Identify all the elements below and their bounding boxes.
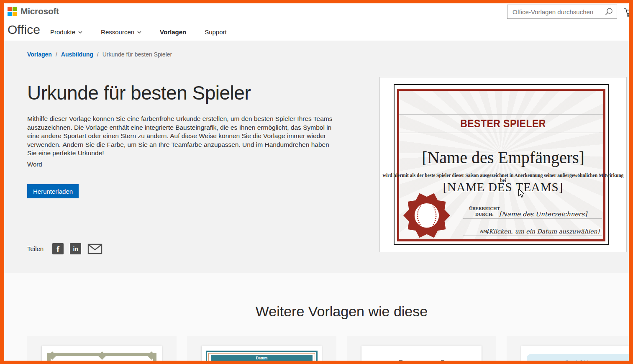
page: Microsoft Office Produkte Ressourcen — [4, 3, 629, 361]
template-thumbnail: Datum — [202, 346, 322, 361]
chevron-down-icon — [137, 31, 141, 33]
cart-button[interactable] — [624, 7, 629, 19]
certificate-recipient: [Name des Empfängers] — [380, 148, 626, 167]
nav-item-support[interactable]: Support — [205, 28, 227, 36]
signature-line — [463, 218, 602, 219]
email-share-icon[interactable] — [87, 244, 103, 254]
ornament — [98, 351, 106, 360]
olive-frame — [47, 353, 156, 361]
nav-item-produkte[interactable]: Produkte — [50, 28, 82, 36]
breadcrumb-ausbildung[interactable]: Ausbildung — [61, 51, 93, 58]
ornament — [48, 351, 56, 360]
thumbnail-banner: Datum — [211, 355, 313, 361]
search-box[interactable] — [507, 5, 617, 19]
related-template-blue[interactable]: Name der Schule — [507, 336, 629, 361]
share-row: Teilen f in — [27, 243, 103, 254]
microsoft-logo-text: Microsoft — [21, 6, 59, 16]
chevron-down-icon — [78, 31, 82, 33]
template-thumbnail — [361, 346, 482, 361]
office-brand[interactable]: Office — [8, 22, 40, 38]
divider — [399, 133, 603, 133]
presented-by-value: [Name des Unterzeichners] — [484, 210, 602, 218]
breadcrumb-vorlagen[interactable]: Vorlagen — [27, 51, 52, 58]
search-icon — [604, 7, 613, 16]
main-nav: Produkte Ressourcen Vorlagen Support — [50, 28, 227, 36]
related-template-teal[interactable]: Datum — [187, 336, 336, 361]
breadcrumb-separator: / — [97, 51, 99, 58]
breadcrumb-separator: / — [56, 51, 57, 58]
baseball-seal — [403, 192, 450, 239]
facebook-share-icon[interactable]: f — [52, 243, 64, 254]
template-preview: BESTER SPIELER [Name des Empfängers] wir… — [379, 77, 627, 252]
related-cards: NAME IHRER HOCHSCHULE Datum Name der — [27, 336, 629, 361]
related-section: Weitere Vorlagen wie diese NAME IHRER HO… — [4, 273, 629, 361]
mouse-cursor — [518, 189, 525, 198]
template-thumbnail: NAME IHRER HOCHSCHULE — [42, 346, 162, 361]
date-value: [Klicken, um ein Datum auszuwählen] — [480, 228, 606, 235]
breadcrumb-current: Urkunde für besten Spieler — [103, 51, 172, 58]
thumbnail-text: Name der Schule — [527, 359, 629, 361]
certificate-title: BESTER SPIELER — [390, 118, 617, 130]
date-line — [463, 236, 602, 236]
related-template-olive[interactable]: NAME IHRER HOCHSCHULE — [27, 336, 177, 361]
microsoft-logo[interactable]: Microsoft — [8, 6, 59, 16]
content-section: Vorlagen / Ausbildung / Urkunde für best… — [4, 41, 629, 273]
search-input[interactable] — [507, 8, 601, 15]
app-name: Word — [27, 161, 42, 168]
breadcrumb: Vorlagen / Ausbildung / Urkunde für best… — [27, 51, 172, 58]
search-button[interactable] — [601, 5, 617, 18]
microsoft-logo-icon — [8, 7, 17, 16]
linkedin-share-icon[interactable]: in — [70, 243, 81, 254]
download-button[interactable]: Herunterladen — [27, 184, 79, 198]
related-heading: Weitere Vorlagen wie diese — [27, 303, 629, 320]
shopping-cart-icon — [624, 7, 629, 18]
divider — [399, 114, 603, 115]
nav-item-ressourcen[interactable]: Ressourcen — [101, 28, 141, 36]
share-label: Teilen — [27, 245, 44, 252]
template-description: Mithilfe dieser Vorlage können Sie eine … — [27, 115, 340, 158]
related-template-plain[interactable] — [347, 336, 496, 361]
template-thumbnail: Name der Schule — [521, 346, 629, 361]
ornament — [147, 351, 156, 360]
nav-item-vorlagen[interactable]: Vorlagen — [160, 28, 186, 36]
page-title: Urkunde für besten Spieler — [27, 82, 251, 103]
